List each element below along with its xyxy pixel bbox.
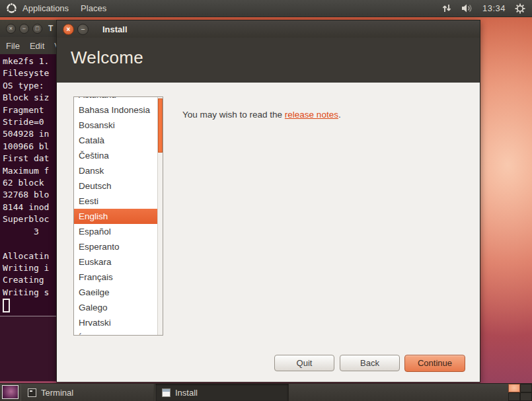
minimize-icon[interactable]: − — [19, 24, 29, 34]
language-listbox[interactable]: AsturianuBahasa IndonesiaBosanskiCatalàČ… — [73, 96, 163, 336]
language-option[interactable]: Hrvatski — [74, 315, 157, 330]
back-button[interactable]: Back — [340, 355, 400, 371]
language-list: AsturianuBahasa IndonesiaBosanskiCatalàČ… — [74, 97, 157, 335]
language-option[interactable]: Asturianu — [74, 97, 157, 102]
terminal-lower-pane — [0, 316, 56, 381]
terminal-line: Stride=0 — [3, 116, 56, 128]
terminal-menu-item[interactable]: Edit — [30, 41, 44, 51]
message-suffix: . — [338, 110, 341, 120]
install-window: × − Install Welcome AsturianuBahasa Indo… — [56, 20, 480, 383]
terminal-window[interactable]: × − □ T FileEditV mke2fs 1.FilesysteOS t… — [0, 20, 57, 381]
terminal-line: Writing s — [3, 287, 56, 299]
install-window-icon — [162, 388, 171, 397]
welcome-message: You may wish to read the release notes. — [182, 110, 341, 120]
menu-applications[interactable]: Applications — [22, 3, 69, 13]
taskbar-item-label: Install — [175, 388, 198, 398]
terminal-line: Maximum f — [3, 165, 56, 177]
minimize-icon[interactable]: − — [77, 24, 89, 35]
terminal-line: OS type: — [3, 80, 56, 92]
scrollbar-track[interactable] — [157, 97, 163, 335]
language-option[interactable]: Dansk — [74, 163, 157, 178]
language-option[interactable]: Español — [74, 224, 157, 239]
terminal-line: 504928 in — [3, 128, 56, 140]
terminal-line: Filesyste — [3, 67, 56, 79]
workspace-cell[interactable] — [508, 392, 520, 401]
terminal-line: 8144 inod — [3, 201, 56, 213]
taskbar-item-install[interactable]: Install — [155, 384, 289, 401]
session-gear-icon[interactable] — [515, 3, 525, 14]
ubuntu-logo-icon[interactable] — [0, 3, 22, 14]
taskbar-item-label: Terminal — [41, 388, 73, 398]
terminal-body[interactable]: mke2fs 1.FilesysteOS type:Block sizFragm… — [0, 54, 56, 381]
window-title: Install — [102, 24, 128, 34]
terminal-line: Allocatin — [3, 250, 56, 262]
terminal-title: T — [48, 24, 53, 33]
terminal-line: Writing i — [3, 262, 56, 274]
terminal-cursor — [3, 299, 10, 312]
workspace-cell-active[interactable] — [508, 384, 520, 392]
terminal-output: mke2fs 1.FilesysteOS type:Block sizFragm… — [0, 54, 56, 299]
language-option[interactable]: Bahasa Indonesia — [74, 102, 157, 118]
top-panel: ApplicationsPlaces 13:34 — [0, 0, 532, 17]
terminal-line: Block siz — [3, 92, 56, 104]
taskbar-items: TerminalInstall — [20, 384, 289, 401]
language-option[interactable]: Čeština — [74, 148, 157, 163]
workspace-cell[interactable] — [520, 384, 532, 392]
clock[interactable]: 13:34 — [482, 3, 506, 13]
terminal-line: Creating — [3, 274, 56, 286]
install-header: Welcome — [57, 38, 480, 83]
menu-places[interactable]: Places — [81, 3, 106, 13]
language-option[interactable]: Eesti — [74, 194, 157, 209]
terminal-line: First dat — [3, 153, 56, 164]
language-option[interactable]: Deutsch — [74, 178, 157, 194]
language-option[interactable]: Galego — [74, 300, 157, 315]
language-option[interactable]: Esperanto — [74, 239, 157, 254]
language-option[interactable]: Euskara — [74, 254, 157, 270]
workspace-cell[interactable] — [520, 392, 532, 401]
terminal-line — [3, 238, 56, 250]
page-title: Welcome — [57, 38, 480, 68]
terminal-titlebar[interactable]: × − □ T — [0, 20, 56, 37]
language-option[interactable]: Français — [74, 270, 157, 285]
taskbar-item-terminal[interactable]: Terminal — [20, 384, 155, 401]
language-option[interactable]: Gaeilge — [74, 285, 157, 300]
release-notes-link[interactable]: release notes — [285, 110, 338, 120]
terminal-line: Superbloc — [3, 213, 56, 225]
terminal-icon — [28, 388, 36, 397]
install-content: AsturianuBahasa IndonesiaBosanskiCatalàČ… — [57, 83, 480, 382]
terminal-menubar: FileEditV — [0, 37, 56, 54]
language-list-viewport: AsturianuBahasa IndonesiaBosanskiCatalàČ… — [74, 97, 157, 335]
network-arrows-icon[interactable] — [441, 3, 452, 13]
workspace-switcher[interactable] — [508, 384, 532, 401]
terminal-line: 32768 blo — [3, 189, 56, 201]
terminal-line: mke2fs 1. — [3, 55, 56, 67]
terminal-line: 3 — [3, 226, 56, 238]
install-titlebar[interactable]: × − Install — [57, 20, 480, 38]
close-icon[interactable]: × — [6, 24, 16, 34]
terminal-line: 100966 bl — [3, 141, 56, 153]
language-option[interactable]: English — [74, 209, 157, 224]
quit-button[interactable]: Quit — [274, 355, 334, 371]
terminal-line: Fragment — [3, 104, 56, 116]
language-option[interactable]: Íslenska — [74, 330, 157, 335]
bottom-taskbar: TerminalInstall — [0, 383, 532, 401]
desktop: ApplicationsPlaces 13:34 — [0, 0, 532, 401]
terminal-line: 62 block — [3, 177, 56, 189]
panel-menus: ApplicationsPlaces — [22, 3, 106, 13]
volume-icon[interactable] — [461, 3, 473, 13]
language-option[interactable]: Català — [74, 133, 157, 148]
language-option[interactable]: Bosanski — [74, 118, 157, 133]
maximize-icon[interactable]: □ — [32, 24, 42, 34]
message-prefix: You may wish to read the — [182, 110, 285, 120]
continue-button[interactable]: Continue — [404, 355, 465, 372]
scrollbar-handle[interactable] — [158, 98, 163, 153]
close-icon[interactable]: × — [63, 24, 74, 35]
terminal-menu-item[interactable]: File — [6, 41, 20, 51]
show-desktop-thumbnail[interactable] — [2, 385, 19, 399]
